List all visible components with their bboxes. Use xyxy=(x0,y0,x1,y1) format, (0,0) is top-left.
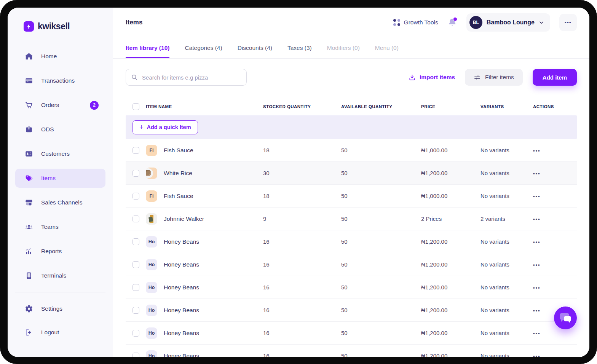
column-header-item-name: ITEM NAME xyxy=(146,104,263,109)
sidebar-item-transactions[interactable]: Transactions xyxy=(15,71,105,90)
row-actions-button[interactable]: ••• xyxy=(533,353,541,358)
tab-modifiers[interactable]: Modifiers (0) xyxy=(327,37,360,58)
add-quick-item-button[interactable]: + Add a quick Item xyxy=(132,120,198,134)
more-options-button[interactable]: ••• xyxy=(559,14,577,31)
row-checkbox[interactable] xyxy=(132,193,139,200)
account-switcher[interactable]: BL Bamboo Lounge xyxy=(466,13,550,32)
brand-name: kwiksell xyxy=(38,21,70,32)
item-price: ₦1,200.00 xyxy=(421,261,480,268)
tab-item-library[interactable]: Item library (10) xyxy=(126,37,169,58)
table-row: Ho Honey Beans 16 50 ₦1,200.00 No varian… xyxy=(126,230,577,253)
filter-items-button[interactable]: Filter items xyxy=(465,69,523,86)
row-actions-button[interactable]: ••• xyxy=(533,216,541,222)
row-actions-button[interactable]: ••• xyxy=(533,171,541,176)
row-checkbox[interactable] xyxy=(132,238,139,245)
available-quantity: 50 xyxy=(341,261,421,268)
account-name: Bamboo Lounge xyxy=(487,19,535,26)
chart-icon xyxy=(25,247,33,255)
table-row: Ho Honey Beans 16 50 ₦1,200.00 No varian… xyxy=(126,253,577,276)
sidebar-item-label: Orders xyxy=(41,102,59,109)
select-all-checkbox[interactable] xyxy=(132,103,139,110)
device-frame: kwiksell Home Transactions Orders 2 xyxy=(0,0,597,364)
row-checkbox[interactable] xyxy=(132,261,139,268)
items-toolbar: Import items Filter items Add item xyxy=(126,69,577,86)
sidebar-footer: Settings Logout xyxy=(15,292,105,346)
growth-tools-button[interactable]: Growth Tools xyxy=(393,19,438,26)
row-actions-button[interactable]: ••• xyxy=(533,308,541,313)
sidebar-item-terminals[interactable]: Terminals xyxy=(15,266,105,285)
row-checkbox[interactable] xyxy=(132,330,139,337)
item-variants: No variants xyxy=(480,261,533,268)
item-name: Honey Beans xyxy=(164,284,199,291)
table-row: White Rice 30 50 ₦1,200.00 No variants •… xyxy=(126,162,577,185)
item-name: Honey Beans xyxy=(164,307,199,314)
page-title: Items xyxy=(126,19,142,26)
account-avatar: BL xyxy=(469,16,482,29)
row-actions-button[interactable]: ••• xyxy=(533,262,541,268)
tab-categories[interactable]: Categories (4) xyxy=(185,37,222,58)
available-quantity: 50 xyxy=(341,353,421,357)
row-checkbox[interactable] xyxy=(132,216,139,222)
row-actions-button[interactable]: ••• xyxy=(533,148,541,153)
available-quantity: 50 xyxy=(341,284,421,291)
row-checkbox[interactable] xyxy=(132,170,139,177)
chat-support-button[interactable] xyxy=(554,307,577,329)
sidebar-nav: Home Transactions Orders 2 ODS xyxy=(15,47,105,291)
tab-discounts[interactable]: Discounts (4) xyxy=(238,37,272,58)
sidebar-item-sales-channels[interactable]: Sales Channels xyxy=(15,193,105,212)
item-variants: No variants xyxy=(480,147,533,153)
sidebar-item-label: Transactions xyxy=(41,77,75,84)
row-checkbox[interactable] xyxy=(132,147,139,154)
row-actions-button[interactable]: ••• xyxy=(533,193,541,199)
item-price: ₦1,000.00 xyxy=(421,147,480,153)
stocked-quantity: 16 xyxy=(263,284,341,291)
tab-menu[interactable]: Menu (0) xyxy=(375,37,399,58)
tag-icon xyxy=(25,174,33,182)
sidebar-item-settings[interactable]: Settings xyxy=(15,299,105,318)
stocked-quantity: 16 xyxy=(263,261,341,268)
import-items-label: Import items xyxy=(420,74,455,81)
item-price: ₦1,200.00 xyxy=(421,330,480,336)
sidebar-item-items[interactable]: Items xyxy=(15,169,105,188)
column-header-price: PRICE xyxy=(421,104,480,109)
item-variants: No variants xyxy=(480,170,533,176)
item-variants: 2 variants xyxy=(480,216,533,222)
item-thumbnail xyxy=(146,168,157,179)
row-actions-button[interactable]: ••• xyxy=(533,285,541,291)
item-thumbnail xyxy=(146,213,157,225)
brand-logo: kwiksell xyxy=(15,21,105,32)
sidebar-item-teams[interactable]: Teams xyxy=(15,217,105,236)
item-name: Honey Beans xyxy=(164,261,199,268)
item-price: ₦1,200.00 xyxy=(421,170,480,176)
sidebar-item-home[interactable]: Home xyxy=(15,47,105,66)
search-icon xyxy=(131,74,138,81)
sidebar-item-reports[interactable]: Reports xyxy=(15,242,105,261)
sidebar-item-label: Terminals xyxy=(41,272,66,279)
items-table: ITEM NAME STOCKED QUANTITY AVAILABLE QUA… xyxy=(126,98,577,357)
sidebar-item-label: Items xyxy=(41,175,56,182)
sidebar-item-orders[interactable]: Orders 2 xyxy=(15,96,105,115)
row-actions-button[interactable]: ••• xyxy=(533,330,541,336)
row-checkbox[interactable] xyxy=(132,284,139,291)
search-input[interactable] xyxy=(126,69,247,86)
tab-taxes[interactable]: Taxes (3) xyxy=(287,37,312,58)
item-thumbnail: Ho xyxy=(146,236,157,247)
import-items-button[interactable]: Import items xyxy=(409,74,455,81)
notification-dot xyxy=(453,17,457,21)
table-row: Ho Honey Beans 16 50 ₦1,200.00 No varian… xyxy=(126,299,577,322)
row-checkbox[interactable] xyxy=(132,307,139,314)
sidebar-item-customers[interactable]: Customers xyxy=(15,144,105,163)
table-header-row: ITEM NAME STOCKED QUANTITY AVAILABLE QUA… xyxy=(126,98,577,115)
notifications-button[interactable] xyxy=(447,18,457,27)
download-icon xyxy=(409,74,416,81)
item-variants: No variants xyxy=(480,353,533,357)
sidebar-item-ods[interactable]: ODS xyxy=(15,120,105,139)
row-actions-button[interactable]: ••• xyxy=(533,239,541,245)
sidebar-item-logout[interactable]: Logout xyxy=(15,323,105,342)
card-icon xyxy=(25,77,33,85)
stocked-quantity: 30 xyxy=(263,170,341,176)
table-row: Ho Honey Beans 16 50 ₦1,200.00 No varian… xyxy=(126,322,577,345)
item-thumbnail: Ho xyxy=(146,350,157,358)
row-checkbox[interactable] xyxy=(132,353,139,358)
add-item-button[interactable]: Add item xyxy=(533,69,577,86)
